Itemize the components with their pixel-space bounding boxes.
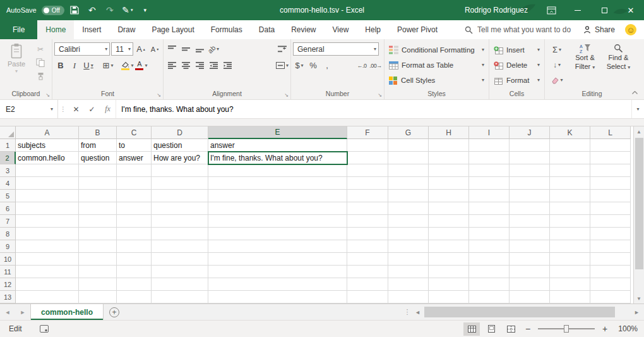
- cell-j9[interactable]: [510, 240, 550, 253]
- cell-d12[interactable]: [152, 278, 208, 291]
- cell-j5[interactable]: [510, 190, 550, 202]
- cell-h11[interactable]: [429, 266, 469, 278]
- cell-h2[interactable]: [429, 152, 469, 164]
- ribbon-display-options-button[interactable]: [538, 0, 564, 20]
- row-header-1[interactable]: 1: [0, 139, 16, 152]
- cell-g6[interactable]: [388, 202, 429, 215]
- page-break-preview-button[interactable]: [503, 322, 519, 336]
- cell-d13[interactable]: [152, 291, 208, 303]
- cell-e1[interactable]: answer: [208, 139, 347, 152]
- column-header-i[interactable]: I: [469, 126, 510, 139]
- row-header-11[interactable]: 11: [0, 266, 16, 278]
- cell-c8[interactable]: [117, 228, 152, 240]
- cell-l1[interactable]: [590, 139, 631, 152]
- cell-j12[interactable]: [510, 278, 550, 291]
- cell-g9[interactable]: [388, 240, 429, 253]
- orientation-button[interactable]: ab▾: [207, 42, 220, 56]
- cell-e4[interactable]: [208, 177, 347, 190]
- cell-e11[interactable]: [208, 266, 347, 278]
- bold-button[interactable]: B: [54, 59, 67, 72]
- row-header-3[interactable]: 3: [0, 164, 16, 177]
- cell-h6[interactable]: [429, 202, 469, 215]
- cell-l5[interactable]: [590, 190, 631, 202]
- row-header-9[interactable]: 9: [0, 240, 16, 253]
- cell-k12[interactable]: [550, 278, 590, 291]
- column-header-l[interactable]: L: [590, 126, 631, 139]
- cell-b6[interactable]: [79, 202, 117, 215]
- cell-g12[interactable]: [388, 278, 429, 291]
- row-header-10[interactable]: 10: [0, 253, 16, 266]
- cell-d2[interactable]: How are you?: [152, 152, 208, 164]
- user-name[interactable]: Rodrigo Rodriguez: [465, 6, 528, 15]
- cell-l3[interactable]: [590, 164, 631, 177]
- cell-l8[interactable]: [590, 228, 631, 240]
- cell-f7[interactable]: [347, 215, 388, 228]
- cell-g7[interactable]: [388, 215, 429, 228]
- tell-me-search[interactable]: Tell me what you want to do: [465, 20, 571, 39]
- align-center-button[interactable]: [179, 59, 192, 72]
- tab-insert[interactable]: Insert: [74, 20, 109, 39]
- cell-a5[interactable]: [16, 190, 79, 202]
- cell-j10[interactable]: [510, 253, 550, 266]
- cell-k10[interactable]: [550, 253, 590, 266]
- cell-h13[interactable]: [429, 291, 469, 303]
- tab-splitter-icon[interactable]: ⋮: [402, 308, 412, 316]
- cell-a1[interactable]: subjects: [16, 139, 79, 152]
- column-header-k[interactable]: K: [550, 126, 590, 139]
- formula-bar-expand-button[interactable]: ▾: [631, 100, 644, 118]
- cell-b9[interactable]: [79, 240, 117, 253]
- alignment-dialog-launcher[interactable]: ↘: [284, 92, 289, 98]
- italic-button[interactable]: I: [68, 59, 81, 72]
- cell-h7[interactable]: [429, 215, 469, 228]
- sheet-nav-prev-button[interactable]: ◄: [0, 304, 15, 320]
- fill-button[interactable]: ↓▾: [547, 58, 567, 71]
- cell-h3[interactable]: [429, 164, 469, 177]
- cell-d3[interactable]: [152, 164, 208, 177]
- cell-c11[interactable]: [117, 266, 152, 278]
- cell-a11[interactable]: [16, 266, 79, 278]
- cell-h8[interactable]: [429, 228, 469, 240]
- cell-f2[interactable]: [347, 152, 388, 164]
- cell-h5[interactable]: [429, 190, 469, 202]
- cell-c3[interactable]: [117, 164, 152, 177]
- cancel-button[interactable]: ✕: [68, 100, 84, 118]
- cell-i3[interactable]: [469, 164, 510, 177]
- cell-l11[interactable]: [590, 266, 631, 278]
- cell-g1[interactable]: [388, 139, 429, 152]
- fill-color-button[interactable]: ▾: [121, 59, 134, 72]
- cell-h4[interactable]: [429, 177, 469, 190]
- enter-button[interactable]: ✓: [84, 100, 100, 118]
- decrease-indent-button[interactable]: [207, 59, 220, 72]
- normal-view-button[interactable]: [463, 322, 480, 336]
- cell-j6[interactable]: [510, 202, 550, 215]
- close-button[interactable]: ✕: [617, 0, 644, 20]
- zoom-out-button[interactable]: −: [522, 324, 534, 334]
- vertical-scrollbar-thumb[interactable]: [635, 138, 643, 269]
- cell-d11[interactable]: [152, 266, 208, 278]
- increase-indent-button[interactable]: [221, 59, 234, 72]
- cell-e8[interactable]: [208, 228, 347, 240]
- cell-l12[interactable]: [590, 278, 631, 291]
- cell-k11[interactable]: [550, 266, 590, 278]
- name-box[interactable]: E2 ▾: [0, 100, 58, 118]
- cell-d10[interactable]: [152, 253, 208, 266]
- cell-l6[interactable]: [590, 202, 631, 215]
- chevron-down-icon[interactable]: ▾: [46, 106, 57, 112]
- cell-i12[interactable]: [469, 278, 510, 291]
- cell-f9[interactable]: [347, 240, 388, 253]
- cell-a4[interactable]: [16, 177, 79, 190]
- cell-k9[interactable]: [550, 240, 590, 253]
- feedback-smiley-button[interactable]: ☺: [625, 24, 636, 35]
- cut-button[interactable]: ✂: [33, 44, 47, 55]
- cell-f10[interactable]: [347, 253, 388, 266]
- cell-e3[interactable]: [208, 164, 347, 177]
- cell-d6[interactable]: [152, 202, 208, 215]
- row-header-6[interactable]: 6: [0, 202, 16, 215]
- format-painter-button[interactable]: [33, 70, 47, 82]
- comma-style-button[interactable]: ,: [321, 59, 333, 72]
- cell-c7[interactable]: [117, 215, 152, 228]
- minimize-button[interactable]: [564, 0, 591, 20]
- cell-i9[interactable]: [469, 240, 510, 253]
- cell-a12[interactable]: [16, 278, 79, 291]
- conditional-formatting-button[interactable]: Conditional Formatting ▾: [386, 43, 487, 57]
